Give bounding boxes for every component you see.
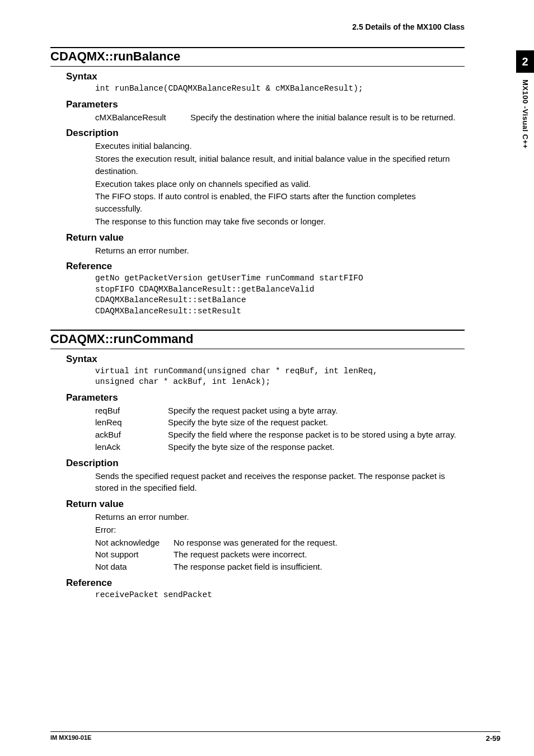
parameter-name: lenReq <box>95 416 168 429</box>
return-heading: Return value <box>66 499 465 510</box>
parameter-row: ackBuf Specify the field where the respo… <box>95 429 465 441</box>
syntax-heading: Syntax <box>66 71 465 82</box>
parameter-row: reqBuf Specify the request packet using … <box>95 405 465 417</box>
error-name: Not support <box>95 548 174 561</box>
error-name: Not data <box>95 561 174 573</box>
description-line: Sends the specified request packet and r… <box>95 470 465 495</box>
reference-heading: Reference <box>66 261 465 272</box>
description-line: Stores the execution result, initial bal… <box>95 153 465 177</box>
description-line: The response to this function may take f… <box>95 215 465 228</box>
side-tab: 2 MX100 -Visual C++ <box>516 50 534 149</box>
chapter-number-badge: 2 <box>516 50 534 73</box>
return-text: Returns an error number. <box>95 245 465 257</box>
running-header: 2.5 Details of the MX100 Class <box>50 22 465 35</box>
reference-code: getNo getPacketVersion getUserTime runCo… <box>95 273 465 317</box>
description-line: Execution takes place only on channels s… <box>95 178 465 190</box>
return-text: Returns an error number. <box>95 511 465 523</box>
description-heading: Description <box>66 458 465 469</box>
error-row: Not data The response packet field is in… <box>95 561 465 573</box>
divider <box>50 349 465 349</box>
error-desc: The response packet field is insufficien… <box>174 561 465 573</box>
error-label: Error: <box>95 524 465 536</box>
description-heading: Description <box>66 128 465 139</box>
reference-code: receivePacket sendPacket <box>95 590 465 601</box>
section-title-runbalance: CDAQMX::runBalance <box>50 48 465 65</box>
parameter-desc: Specify the request packet using a byte … <box>168 405 465 417</box>
parameter-desc: Specify the byte size of the request pac… <box>168 416 465 429</box>
footer-page-number: 2-59 <box>486 734 500 743</box>
reference-heading: Reference <box>66 577 465 589</box>
syntax-code: int runBalance(CDAQMXBalanceResult & cMX… <box>95 83 465 95</box>
description-line: Executes initial balancing. <box>95 140 465 152</box>
parameter-name: ackBuf <box>95 429 168 441</box>
parameter-row: lenReq Specify the byte size of the requ… <box>95 416 465 429</box>
parameters-heading: Parameters <box>66 99 465 110</box>
parameter-row: cMXBalanceResult Specify the destination… <box>95 111 465 124</box>
page-content: 2.5 Details of the MX100 Class CDAQMX::r… <box>0 0 498 618</box>
parameters-heading: Parameters <box>66 392 465 403</box>
parameter-desc: Specify the destination where the initia… <box>190 111 465 124</box>
divider <box>50 66 465 67</box>
parameter-name: cMXBalanceResult <box>95 111 190 124</box>
page-footer: IM MX190-01E 2-59 <box>50 731 500 743</box>
parameter-row: lenAck Specify the byte size of the resp… <box>95 441 465 453</box>
chapter-label: MX100 -Visual C++ <box>521 73 530 149</box>
description-line: The FIFO stops. If auto control is enabl… <box>95 190 465 215</box>
return-heading: Return value <box>66 232 465 243</box>
error-name: Not acknowledge <box>95 537 174 549</box>
section-title-runcommand: CDAQMX::runCommand <box>50 331 465 348</box>
syntax-code: virtual int runCommand(unsigned char * r… <box>95 366 465 388</box>
error-row: Not acknowledge No response was generate… <box>95 537 465 549</box>
footer-doc-id: IM MX190-01E <box>50 734 91 743</box>
parameter-name: lenAck <box>95 441 168 453</box>
error-desc: No response was generated for the reques… <box>174 537 465 549</box>
parameter-desc: Specify the field where the response pac… <box>168 429 465 441</box>
error-row: Not support The request packets were inc… <box>95 548 465 561</box>
parameter-desc: Specify the byte size of the response pa… <box>168 441 465 453</box>
syntax-heading: Syntax <box>66 354 465 365</box>
parameter-name: reqBuf <box>95 405 168 417</box>
error-desc: The request packets were incorrect. <box>174 548 465 561</box>
